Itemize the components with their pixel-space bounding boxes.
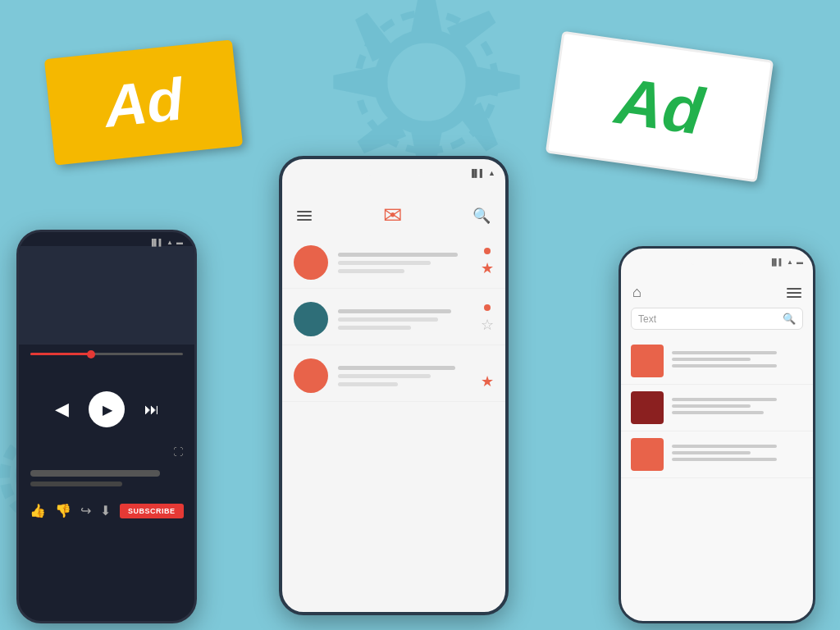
phone-left: ▐▌▌ ▲ ▬ ◀ ▶ ⏭ ⛶ 👍 👎 ↪ ⬇ SUBSCRIBE	[16, 230, 197, 623]
ad-banner-yellow: Ad	[44, 39, 243, 165]
thumbnail-red-2	[631, 438, 664, 471]
right-topbar: ⌂	[621, 267, 813, 308]
left-status-bar: ▐▌▌ ▲ ▬	[19, 232, 194, 246]
dislike-button[interactable]: 👎	[55, 503, 71, 518]
list-item-lines	[338, 253, 471, 273]
menu-icon[interactable]	[297, 211, 312, 221]
video-metadata	[19, 463, 194, 493]
email-icon: ✉	[383, 203, 402, 228]
ad-text-green: Ad	[611, 63, 708, 150]
right-list-item[interactable]	[621, 385, 813, 431]
signal-icon-right: ▐▌▌	[769, 258, 783, 266]
signal-icon-center: ▐▌▌	[469, 169, 485, 177]
signal-icon: ▐▌▌	[149, 239, 163, 246]
list-item-lines	[338, 366, 471, 386]
wifi-icon: ▲	[167, 239, 173, 246]
avatar	[294, 358, 328, 393]
download-button[interactable]: ⬇	[100, 503, 111, 518]
right-item-lines	[672, 445, 803, 464]
prev-button[interactable]: ◀	[55, 399, 69, 420]
video-controls: ◀ ▶ ⏭	[19, 367, 194, 444]
center-notch	[361, 159, 427, 176]
center-topbar: ✉ 🔍	[282, 179, 505, 237]
thumbnail-darkred	[631, 391, 664, 424]
email-icon-wrap: ✉	[312, 202, 472, 229]
menu-icon-right[interactable]	[787, 288, 801, 298]
star-empty-icon[interactable]: ☆	[481, 316, 494, 334]
thumbnail-red	[631, 345, 664, 377]
avatar	[294, 245, 328, 280]
search-icon-right[interactable]: 🔍	[783, 313, 796, 325]
unread-dot	[484, 248, 491, 254]
right-item-lines	[672, 398, 803, 418]
item-actions: ★	[481, 248, 494, 277]
item-actions: ☆	[481, 304, 494, 334]
like-button[interactable]: 👍	[30, 503, 46, 518]
next-button[interactable]: ⏭	[144, 401, 159, 418]
home-icon[interactable]: ⌂	[632, 284, 641, 301]
play-button[interactable]: ▶	[89, 391, 125, 427]
fullscreen-icon[interactable]: ⛶	[19, 444, 194, 459]
list-item[interactable]: ★	[282, 350, 505, 402]
video-action-bar: 👍 👎 ↪ ⬇ SUBSCRIBE	[19, 493, 194, 528]
ad-text-yellow: Ad	[101, 65, 186, 140]
search-icon-center[interactable]: 🔍	[472, 207, 491, 225]
phone-center: ▐▌▌ ▲ ✉ 🔍 ★	[279, 156, 509, 615]
share-button[interactable]: ↪	[80, 503, 91, 518]
right-list-item[interactable]	[621, 338, 813, 385]
list-item[interactable]: ★	[282, 237, 505, 289]
right-list-item[interactable]	[621, 431, 813, 478]
battery-icon-right: ▬	[797, 258, 803, 266]
wifi-icon-center: ▲	[488, 169, 495, 177]
right-item-lines	[672, 351, 803, 371]
avatar	[294, 302, 328, 336]
right-notch	[684, 249, 750, 265]
video-progress[interactable]	[19, 353, 194, 355]
subscribe-button[interactable]: SUBSCRIBE	[120, 504, 184, 518]
item-actions: ★	[481, 361, 494, 390]
list-item[interactable]: ☆	[282, 294, 505, 345]
battery-icon: ▬	[176, 239, 183, 246]
video-thumbnail	[19, 246, 194, 345]
phone-right: ▐▌▌ ▲ ▬ ⌂ Text 🔍	[619, 246, 815, 623]
spacer-dot	[484, 361, 491, 368]
wifi-icon-right: ▲	[787, 258, 793, 266]
search-bar[interactable]: Text 🔍	[631, 308, 803, 330]
star-filled-icon-2[interactable]: ★	[481, 372, 494, 390]
unread-dot	[484, 304, 491, 311]
list-item-lines	[338, 309, 471, 330]
search-placeholder: Text	[638, 313, 778, 325]
star-filled-icon[interactable]: ★	[481, 259, 494, 277]
